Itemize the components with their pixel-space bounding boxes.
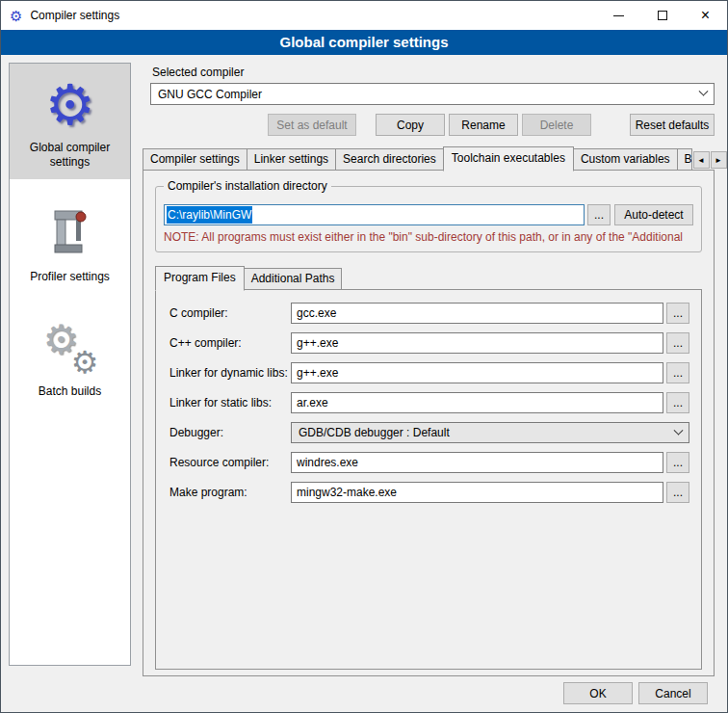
compiler-select[interactable]: GNU GCC Compiler <box>150 83 715 105</box>
sidebar-item-profiler-settings[interactable]: Profiler settings <box>10 193 130 294</box>
chevron-down-icon <box>699 87 709 96</box>
installation-directory-groupbox: Compiler's installation directory C:\ray… <box>155 186 702 252</box>
cpp-compiler-row: C++ compiler: ... <box>169 332 689 354</box>
debugger-row: Debugger: GDB/CDB debugger : Default <box>169 422 689 443</box>
main-content: Selected compiler GNU GCC Compiler Set a… <box>143 61 715 676</box>
resource-compiler-browse-button[interactable]: ... <box>666 452 689 473</box>
resource-compiler-label: Resource compiler: <box>169 456 291 469</box>
static-linker-row: Linker for static libs: ... <box>169 392 689 413</box>
rename-button[interactable]: Rename <box>449 114 518 136</box>
sidebar-item-label: Batch builds <box>13 384 126 399</box>
installation-directory-group-title: Compiler's installation directory <box>164 179 331 193</box>
reset-defaults-button[interactable]: Reset defaults <box>630 114 715 136</box>
window-title: Compiler settings <box>30 9 119 22</box>
settings-category-sidebar: ⚙ Global compiler settings Profiler sett… <box>9 63 131 666</box>
dynamic-linker-label: Linker for dynamic libs: <box>169 366 291 380</box>
tab-scroll-arrows: ◄ ► <box>692 151 727 171</box>
selected-compiler-section: Selected compiler GNU GCC Compiler Set a… <box>150 61 715 136</box>
tab-scroll-left-button[interactable]: ◄ <box>693 151 710 169</box>
settings-tabstrip: Compiler settings Linker settings Search… <box>143 146 715 171</box>
copy-button[interactable]: Copy <box>376 114 445 136</box>
static-linker-input[interactable] <box>291 392 663 413</box>
tab-compiler-settings[interactable]: Compiler settings <box>143 148 247 171</box>
dialog-footer: OK Cancel <box>563 682 708 704</box>
c-compiler-input[interactable] <box>291 303 663 324</box>
arrow-right-icon: ► <box>715 156 722 165</box>
browse-installation-directory-button[interactable]: ... <box>587 204 611 225</box>
delete-button[interactable]: Delete <box>522 114 591 136</box>
dynamic-linker-input[interactable] <box>291 362 663 383</box>
dynamic-linker-row: Linker for dynamic libs: ... <box>169 362 689 383</box>
tab-toolchain-executables[interactable]: Toolchain executables <box>443 146 574 172</box>
arrow-left-icon: ◄ <box>697 156 705 165</box>
compiler-settings-window: ⚙ Compiler settings × Global compiler se… <box>0 0 728 713</box>
c-compiler-row: C compiler: ... <box>169 303 689 324</box>
cpp-compiler-label: C++ compiler: <box>169 336 291 350</box>
installation-directory-row: C:\raylib\MinGW ... Auto-detect <box>164 204 693 225</box>
debugger-select-value: GDB/CDB debugger : Default <box>299 426 450 439</box>
program-files-panel: C compiler: ... C++ compiler: ... Linker… <box>155 289 702 670</box>
debugger-select[interactable]: GDB/CDB debugger : Default <box>291 422 689 443</box>
executables-subtabstrip: Program Files Additional Paths <box>155 266 702 290</box>
make-program-label: Make program: <box>169 486 291 499</box>
app-gear-icon: ⚙ <box>10 9 22 23</box>
ok-button[interactable]: OK <box>563 682 633 704</box>
sidebar-item-label: Global compiler settings <box>13 141 126 170</box>
auto-detect-button[interactable]: Auto-detect <box>614 204 693 225</box>
cpp-compiler-browse-button[interactable]: ... <box>666 332 689 354</box>
make-program-browse-button[interactable]: ... <box>666 482 689 503</box>
tab-build-options-clipped[interactable]: Build <box>677 148 692 171</box>
resource-compiler-input[interactable] <box>291 452 663 473</box>
c-compiler-label: C compiler: <box>169 306 291 320</box>
cancel-button[interactable]: Cancel <box>638 682 708 704</box>
batch-builds-gears-icon: ⚙ ⚙ <box>13 319 126 379</box>
toolchain-executables-panel: Compiler's installation directory C:\ray… <box>143 170 715 676</box>
dynamic-linker-browse-button[interactable]: ... <box>666 362 689 383</box>
make-program-input[interactable] <box>291 482 663 503</box>
tab-scroll-right-button[interactable]: ► <box>711 151 727 169</box>
sidebar-item-batch-builds[interactable]: ⚙ ⚙ Batch builds <box>10 307 130 409</box>
resource-compiler-row: Resource compiler: ... <box>169 452 689 473</box>
installation-directory-value: C:\raylib\MinGW <box>167 206 252 224</box>
profiler-clamp-icon <box>13 204 126 264</box>
minimize-button[interactable] <box>597 1 640 30</box>
maximize-icon <box>658 11 667 20</box>
minimize-icon <box>613 15 624 16</box>
dialog-header-title: Global compiler settings <box>1 30 727 55</box>
close-icon: × <box>701 8 710 23</box>
installation-directory-note: NOTE: All programs must exist either in … <box>164 230 693 244</box>
set-as-default-button[interactable]: Set as default <box>268 114 356 136</box>
make-program-row: Make program: ... <box>169 482 689 503</box>
maximize-button[interactable] <box>640 1 684 30</box>
chevron-down-icon <box>674 425 684 435</box>
static-linker-label: Linker for static libs: <box>169 396 291 409</box>
tab-custom-variables[interactable]: Custom variables <box>573 148 678 171</box>
installation-directory-input[interactable]: C:\raylib\MinGW <box>164 204 585 225</box>
sidebar-item-label: Profiler settings <box>13 270 126 284</box>
subtab-additional-paths[interactable]: Additional Paths <box>244 268 343 290</box>
static-linker-browse-button[interactable]: ... <box>666 392 689 413</box>
c-compiler-browse-button[interactable]: ... <box>666 303 689 324</box>
global-compiler-gear-icon: ⚙ <box>13 75 126 135</box>
debugger-label: Debugger: <box>169 426 291 439</box>
window-controls: × <box>597 1 727 30</box>
sidebar-item-global-compiler-settings[interactable]: ⚙ Global compiler settings <box>10 64 130 179</box>
cpp-compiler-input[interactable] <box>291 332 663 354</box>
close-button[interactable]: × <box>684 1 727 30</box>
compiler-select-value: GNU GCC Compiler <box>158 88 262 101</box>
subtab-program-files[interactable]: Program Files <box>155 266 245 291</box>
tab-linker-settings[interactable]: Linker settings <box>247 148 336 171</box>
selected-compiler-label: Selected compiler <box>152 66 715 79</box>
compiler-buttons-row: Set as default Copy Rename Delete Reset … <box>150 114 715 136</box>
tab-search-directories[interactable]: Search directories <box>335 148 444 171</box>
titlebar: ⚙ Compiler settings × <box>1 1 727 30</box>
